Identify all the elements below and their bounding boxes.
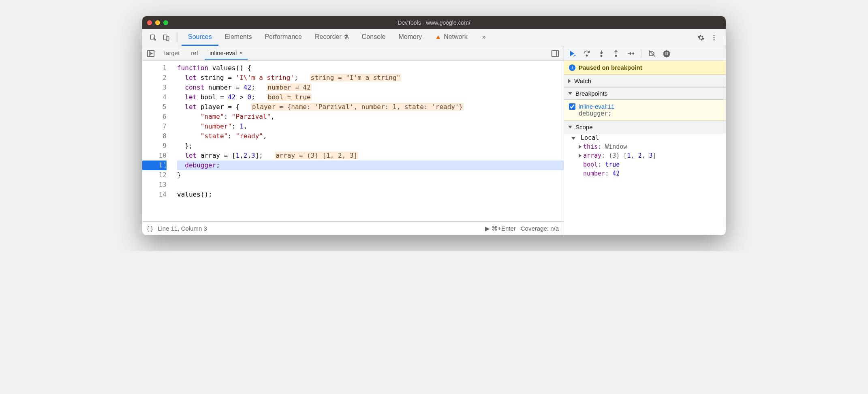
chevron-down-icon	[571, 137, 575, 140]
code-line[interactable]: };	[177, 141, 564, 151]
debugger-toolbar	[564, 46, 726, 60]
breakpoint-checkbox[interactable]	[569, 103, 575, 110]
svg-rect-7	[552, 50, 559, 56]
coverage-status: Coverage: n/a	[521, 225, 559, 232]
tab-console[interactable]: Console	[355, 29, 392, 46]
main-tab-bar: SourcesElementsPerformanceRecorder ⚗Cons…	[142, 29, 726, 46]
code-line[interactable]: values();	[177, 190, 564, 199]
gutter-line[interactable]: 4	[142, 92, 167, 102]
svg-rect-12	[666, 52, 667, 55]
kebab-menu-icon[interactable]	[710, 34, 718, 41]
gutter-line[interactable]: 8	[142, 131, 167, 141]
gutter-line[interactable]: 2	[142, 73, 167, 83]
tab-sources[interactable]: Sources	[182, 29, 218, 46]
sources-subbar: targetrefinline-eval×	[142, 46, 726, 61]
svg-point-10	[615, 55, 616, 56]
divider	[641, 49, 641, 58]
more-options-icon[interactable]	[551, 49, 560, 58]
close-tab-icon[interactable]: ×	[239, 49, 243, 56]
code-content[interactable]: function values() { let string = 'I\'m a…	[171, 61, 564, 221]
step-into-button[interactable]	[597, 49, 605, 58]
gutter-line[interactable]: 3	[142, 83, 167, 92]
step-over-button[interactable]	[583, 49, 591, 58]
deactivate-breakpoints-button[interactable]	[648, 49, 656, 58]
chevron-right-icon	[579, 145, 582, 149]
device-toggle-icon[interactable]	[162, 34, 170, 41]
pretty-print-icon[interactable]: { }	[147, 225, 153, 232]
flask-icon: ⚗	[343, 33, 349, 41]
scope-section-header[interactable]: Scope	[564, 121, 726, 133]
tab-network[interactable]: ▲Network	[428, 29, 474, 46]
svg-point-9	[601, 55, 602, 56]
code-line[interactable]: "name": "Parzival",	[177, 112, 564, 122]
step-out-button[interactable]	[612, 49, 620, 58]
watch-section-header[interactable]: Watch	[564, 75, 726, 87]
svg-point-3	[714, 35, 715, 36]
file-tab-ref[interactable]: ref	[186, 47, 203, 60]
gutter-line[interactable]: 14	[142, 190, 167, 199]
scope-local-header[interactable]: Local	[564, 133, 726, 142]
window-title: DevTools - www.google.com/	[142, 19, 726, 26]
line-gutter[interactable]: 1234567891011121314	[142, 61, 171, 221]
scope-variable[interactable]: this: Window	[564, 142, 726, 151]
code-line[interactable]: "number": 1,	[177, 122, 564, 131]
inline-value-hint: array = (3) [1, 2, 3]	[275, 152, 358, 159]
inspect-icon[interactable]	[150, 34, 157, 41]
file-tab-target[interactable]: target	[159, 47, 184, 60]
cursor-position: Line 11, Column 3	[158, 225, 207, 232]
code-editor[interactable]: 1234567891011121314 function values() { …	[142, 61, 564, 235]
code-line[interactable]: let array = [1,2,3]; array = (3) [1, 2, …	[177, 151, 564, 161]
gutter-line[interactable]: 7	[142, 122, 167, 131]
gutter-line[interactable]: 1	[142, 63, 167, 73]
scope-variable[interactable]: array: (3) [1, 2, 3]	[564, 151, 726, 160]
pause-on-exceptions-button[interactable]	[663, 49, 671, 58]
window-titlebar: DevTools - www.google.com/	[142, 16, 726, 29]
gutter-line[interactable]: 12	[142, 170, 167, 180]
inline-value-hint: bool = true	[267, 93, 312, 101]
inline-value-hint: number = 42	[267, 84, 312, 91]
breakpoints-section-header[interactable]: Breakpoints	[564, 87, 726, 100]
code-line[interactable]: debugger;	[177, 161, 564, 170]
warning-icon: ▲	[435, 33, 441, 41]
gutter-line[interactable]: 13	[142, 180, 167, 190]
code-line[interactable]: }	[177, 170, 564, 180]
svg-rect-13	[667, 52, 668, 55]
info-icon: i	[569, 64, 575, 71]
navigator-toggle-icon[interactable]	[146, 49, 155, 58]
breakpoint-code: debugger;	[579, 110, 721, 117]
code-line[interactable]: let string = 'I\'m a string'; string = "…	[177, 73, 564, 83]
svg-point-11	[633, 53, 634, 54]
gutter-line[interactable]: 6	[142, 112, 167, 122]
gutter-line[interactable]: 5	[142, 102, 167, 112]
scope-variable[interactable]: number: 42	[564, 169, 726, 178]
tab-memory[interactable]: Memory	[392, 29, 429, 46]
devtools-window: DevTools - www.google.com/ SourcesElemen…	[142, 16, 726, 235]
resume-button[interactable]	[568, 49, 576, 58]
svg-point-5	[714, 39, 715, 40]
code-line[interactable]	[177, 180, 564, 190]
tab-recorder[interactable]: Recorder ⚗	[308, 29, 355, 46]
gutter-line[interactable]: 10	[142, 151, 167, 161]
paused-banner: i Paused on breakpoint	[564, 61, 726, 75]
breakpoint-location[interactable]: inline-eval:11	[579, 103, 614, 110]
settings-gear-icon[interactable]	[697, 34, 705, 41]
file-tab-inline-eval[interactable]: inline-eval×	[205, 47, 248, 60]
more-tabs-button[interactable]: »	[476, 29, 492, 46]
gutter-line[interactable]: 11	[142, 161, 167, 170]
breakpoint-item[interactable]: inline-eval:11 debugger;	[564, 100, 726, 121]
run-snippet-button[interactable]: ▶ ⌘+Enter	[485, 225, 516, 232]
chevron-down-icon	[568, 92, 572, 95]
code-line[interactable]: "state": "ready",	[177, 131, 564, 141]
scope-variable[interactable]: bool: true	[564, 160, 726, 169]
step-button[interactable]	[626, 49, 635, 58]
tab-performance[interactable]: Performance	[258, 29, 308, 46]
code-line[interactable]: const number = 42; number = 42	[177, 83, 564, 92]
tab-elements[interactable]: Elements	[218, 29, 259, 46]
code-line[interactable]: let bool = 42 > 0; bool = true	[177, 92, 564, 102]
gutter-line[interactable]: 9	[142, 141, 167, 151]
code-line[interactable]: let player = { player = {name: 'Parzival…	[177, 102, 564, 112]
chevron-right-icon	[568, 79, 571, 83]
chevron-down-icon	[568, 126, 572, 128]
code-line[interactable]: function values() {	[177, 63, 564, 73]
inline-value-hint: player = {name: 'Parzival', number: 1, s…	[251, 103, 464, 111]
